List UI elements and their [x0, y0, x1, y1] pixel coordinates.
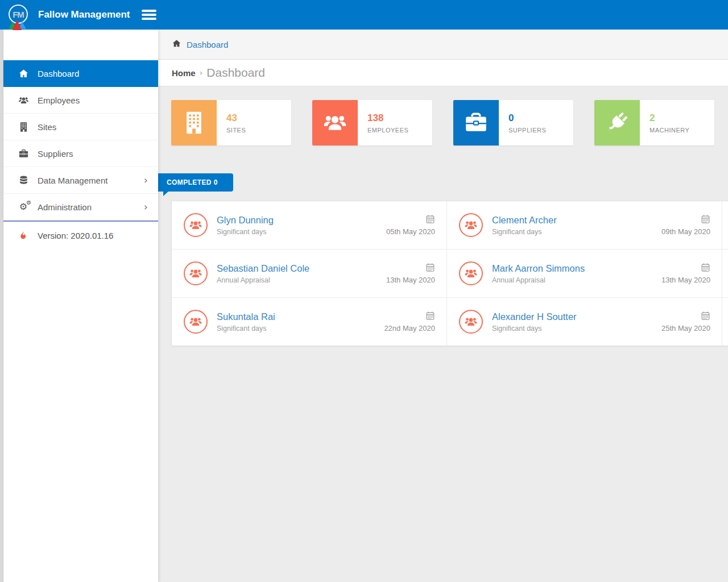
sidebar-item-sites[interactable]: Sites [0, 114, 158, 140]
stat-value-sites: 43 [226, 113, 246, 124]
calendar-icon [701, 313, 710, 322]
task-date: 05th May 2020 [386, 227, 435, 236]
tab-completed[interactable]: COMPLETED 0 [158, 173, 233, 192]
employee-name-link[interactable]: Mark Aarron Simmons [492, 263, 585, 274]
task-item[interactable]: Clement Archer Significant days 09th May… [446, 201, 722, 249]
stat-label-sites: SITES [226, 127, 246, 134]
task-item[interactable]: Alexander H Soutter Significant days 25t… [446, 298, 722, 346]
sidebar-item-dashboard[interactable]: Dashboard [0, 60, 158, 87]
tasks-panel: Glyn Dunning Significant days 05th May 2… [171, 201, 728, 346]
task-type: Significant days [217, 228, 274, 236]
briefcase-icon [453, 100, 499, 146]
stat-label-machinery: MACHINERY [650, 127, 689, 134]
sidebar-item-administration[interactable]: ⚙⚙ Administration › [0, 194, 158, 221]
building-icon [171, 100, 217, 146]
tasks-row: Glyn Dunning Significant days 05th May 2… [172, 201, 728, 250]
sidebar-menu: Dashboard Employees Sites Suppliers Data… [0, 60, 158, 249]
app-title: Fallow Management [38, 9, 130, 20]
stats-row: 43 SITES 138 EMPLOYEES 0 SUPPLIERS [171, 100, 728, 146]
sidebar-item-label: Sites [38, 122, 56, 132]
sidebar-item-employees[interactable]: Employees [0, 87, 158, 114]
page-header-home[interactable]: Home [172, 68, 196, 78]
users-icon [17, 95, 30, 106]
version-label: Version: 2020.01.16 [38, 231, 113, 240]
page-title: Dashboard [206, 66, 265, 80]
task-item[interactable]: Mark Aarron Simmons Annual Appraisal 13t… [446, 250, 722, 297]
employee-name-link[interactable]: Sukuntala Rai [217, 311, 275, 322]
task-date: 25th May 2020 [661, 324, 710, 332]
users-avatar-icon [459, 310, 483, 334]
clipped-column [722, 201, 728, 249]
chevron-right-icon: › [144, 175, 148, 185]
building-icon [17, 122, 30, 132]
stat-card-machinery[interactable]: 2 MACHINERY [594, 100, 714, 146]
tasks-row: Sukuntala Rai Significant days 22nd May … [172, 298, 728, 346]
sidebar-item-label: Administration [38, 202, 92, 212]
employee-name-link[interactable]: Sebastian Daniel Cole [217, 263, 309, 274]
version-info: Version: 2020.01.16 [0, 222, 158, 249]
task-item[interactable]: Sukuntala Rai Significant days 22nd May … [172, 298, 446, 346]
database-icon [17, 175, 30, 186]
left-edge-strip [0, 30, 3, 582]
calendar-icon [701, 264, 710, 274]
home-icon [17, 68, 30, 79]
logo-red-triangle [13, 20, 22, 30]
breadcrumb-separator: › [200, 68, 203, 77]
users-icon [312, 100, 358, 146]
employee-name-link[interactable]: Clement Archer [492, 215, 557, 226]
home-icon [172, 39, 181, 51]
task-item[interactable]: Glyn Dunning Significant days 05th May 2… [172, 201, 446, 249]
users-avatar-icon [459, 213, 483, 237]
stat-value-suppliers: 0 [508, 113, 546, 124]
calendar-icon [425, 216, 435, 226]
breadcrumb-dashboard-link[interactable]: Dashboard [187, 40, 228, 49]
task-type: Significant days [492, 228, 557, 236]
task-type: Significant days [492, 325, 577, 332]
task-date: 13th May 2020 [661, 276, 710, 284]
task-date: 09th May 2020 [661, 227, 710, 236]
employee-name-link[interactable]: Alexander H Soutter [492, 311, 577, 322]
users-avatar-icon [184, 213, 208, 237]
stat-label-employees: EMPLOYEES [367, 127, 408, 134]
stat-value-machinery: 2 [650, 113, 689, 124]
dashboard-content: 43 SITES 138 EMPLOYEES 0 SUPPLIERS [158, 86, 728, 346]
clipped-column [722, 298, 728, 346]
stat-value-employees: 138 [367, 113, 408, 124]
app-logo: FM [7, 3, 30, 26]
stat-label-suppliers: SUPPLIERS [508, 127, 546, 134]
task-date: 22nd May 2020 [384, 324, 435, 332]
calendar-icon [425, 313, 435, 322]
sidebar: Dashboard Employees Sites Suppliers Data… [0, 30, 158, 582]
task-type: Annual Appraisal [217, 276, 309, 284]
stat-card-employees[interactable]: 138 EMPLOYEES [312, 100, 432, 146]
chevron-right-icon: › [144, 202, 148, 212]
fire-icon [17, 230, 30, 240]
sidebar-item-label: Suppliers [38, 149, 73, 159]
page-header: Home › Dashboard [158, 60, 728, 86]
calendar-icon [701, 216, 710, 226]
task-item[interactable]: Sebastian Daniel Cole Annual Appraisal 1… [172, 250, 446, 297]
app-header: FM Fallow Management [0, 0, 728, 30]
task-type: Annual Appraisal [492, 276, 585, 284]
task-type: Significant days [217, 325, 275, 332]
plug-icon [594, 100, 640, 146]
calendar-icon [425, 264, 435, 274]
main-content: Dashboard Home › Dashboard 43 SITES 138 … [158, 30, 728, 582]
stat-card-sites[interactable]: 43 SITES [171, 100, 291, 146]
tasks-row: Sebastian Daniel Cole Annual Appraisal 1… [172, 250, 728, 298]
sidebar-item-suppliers[interactable]: Suppliers [0, 140, 158, 167]
employee-name-link[interactable]: Glyn Dunning [217, 215, 274, 226]
users-avatar-icon [184, 261, 208, 285]
breadcrumb: Dashboard [158, 30, 728, 60]
stat-card-suppliers[interactable]: 0 SUPPLIERS [453, 100, 573, 146]
sidebar-item-label: Employees [38, 95, 80, 105]
users-avatar-icon [184, 310, 208, 334]
briefcase-icon [17, 148, 30, 159]
sidebar-item-label: Data Management [38, 176, 107, 185]
task-date: 13th May 2020 [386, 276, 435, 284]
sidebar-item-label: Dashboard [38, 69, 79, 78]
gears-icon: ⚙⚙ [17, 202, 30, 211]
sidebar-item-data-management[interactable]: Data Management › [0, 167, 158, 194]
clipped-column [722, 250, 728, 297]
hamburger-menu-icon[interactable] [142, 10, 156, 20]
